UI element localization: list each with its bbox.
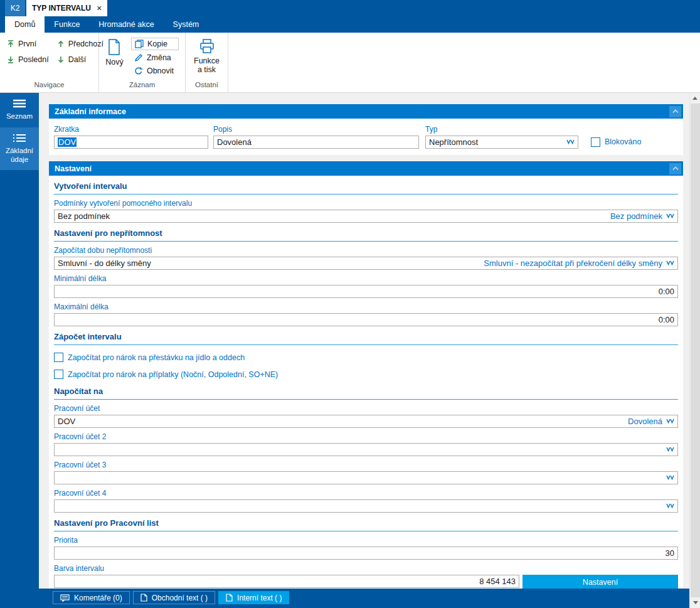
function-print-label: Funkce a tisk	[192, 56, 221, 75]
ribbon-tab-system[interactable]: Systém	[164, 16, 209, 33]
collapse-button[interactable]	[669, 106, 681, 117]
podminky-value: Bez podmínek	[58, 211, 610, 221]
content-area: Základní informace Zkratka DOV Popis Dov…	[39, 93, 689, 608]
tab-interni-text[interactable]: Interní text ( )	[218, 591, 289, 604]
copy-label: Kopie	[147, 40, 167, 48]
dropdown-icon	[666, 447, 674, 452]
printer-icon	[199, 38, 215, 55]
podminky-dropdown[interactable]: Bez podmínek Bez podmínek	[54, 210, 678, 223]
zapocitat-dobu-value: Smluvní - do délky směny	[58, 259, 484, 268]
tab-interni-text-label: Interní text ( )	[237, 594, 282, 602]
last-record-button[interactable]: Poslední	[6, 55, 49, 64]
new-document-icon	[107, 38, 122, 56]
list-icon	[13, 134, 26, 142]
copy-record-button[interactable]: Kopie	[131, 38, 179, 50]
ribbon-tab-hromadne-akce[interactable]: Hromadné akce	[89, 16, 163, 33]
scrollbar-up-button[interactable]	[690, 93, 700, 104]
bottom-tab-bar: Komentáře (0) Obchodní text ( ) Interní …	[39, 589, 689, 608]
typ-value: Nepřítomnost	[429, 137, 566, 147]
dropdown-icon	[666, 503, 674, 509]
max-delka-value: 0:00	[659, 315, 674, 324]
priorita-value: 30	[666, 548, 674, 558]
scrollbar-down-icon	[693, 601, 698, 604]
ribbon-tab-domu[interactable]: Domů	[5, 16, 45, 33]
blokovano-field: Blokováno	[591, 135, 641, 149]
first-record-button[interactable]: První	[6, 40, 49, 48]
panel-header-nastaveni[interactable]: Nastavení	[49, 161, 683, 176]
blokovano-label: Blokováno	[605, 137, 641, 146]
new-record-button[interactable]: Nový	[105, 36, 124, 81]
section-nastaveni-pro-pracovni-list: Nastavení pro Pracovní list	[54, 518, 678, 531]
priorita-label: Priorita	[54, 536, 678, 545]
dropdown-icon	[566, 139, 575, 145]
pracovni-ucet-desc: Dovolená	[628, 417, 662, 426]
blokovano-checkbox[interactable]	[591, 137, 600, 147]
copy-icon	[135, 40, 144, 48]
barva-intervalu-input[interactable]: 8 454 143	[54, 575, 519, 588]
tab-komentare-label: Komentáře (0)	[74, 594, 122, 602]
section-nastaveni-pro-nepritomnost: Nastavení pro nepřítomnost	[54, 228, 678, 242]
tab-obchodni-text-label: Obchodní text ( )	[152, 594, 208, 602]
scrollbar-thumb[interactable]	[691, 104, 700, 597]
refresh-button[interactable]: Obnovit	[131, 65, 179, 77]
pracovni-ucet-2-dropdown[interactable]	[54, 443, 678, 456]
podminky-desc: Bez podmínek	[610, 211, 662, 221]
tab-obchodni-text[interactable]: Obchodní text ( )	[133, 591, 215, 604]
refresh-label: Obnovit	[147, 67, 174, 75]
document-tab-label: TYP INTERVALU	[32, 4, 91, 13]
zapocitat-dobu-label: Započítat dobu nepřítomnosti	[54, 246, 678, 255]
vertical-scrollbar[interactable]	[689, 93, 700, 608]
sidebar-item-zakladni-udaje[interactable]: Základní údaje	[0, 127, 39, 171]
zkratka-label: Zkratka	[54, 125, 208, 134]
collapse-button[interactable]	[669, 163, 681, 174]
barva-nastaveni-button[interactable]: Nastavení	[522, 575, 678, 589]
panel-header-zakladni-informace[interactable]: Základní informace	[49, 104, 683, 119]
zapocitat-dobu-desc: Smluvní - nezapočítat při překročení dél…	[484, 259, 662, 268]
zkratka-input[interactable]: DOV	[54, 136, 208, 149]
popis-input[interactable]: Dovolená	[213, 136, 419, 149]
pracovni-ucet-2-label: Pracovní účet 2	[54, 432, 678, 441]
chevron-up-icon	[672, 166, 679, 171]
edit-pencil-icon	[134, 53, 143, 62]
first-label: První	[18, 40, 36, 48]
pracovni-ucet-3-dropdown[interactable]	[54, 471, 678, 484]
section-vytvoreni-intervalu: Vytvoření intervalu	[54, 181, 678, 195]
max-delka-label: Maximální délka	[54, 302, 678, 311]
scrollbar-up-icon	[692, 97, 697, 100]
section-zapocet-intervalu: Zápočet intervalu	[54, 332, 678, 345]
pracovni-ucet-4-dropdown[interactable]	[54, 499, 678, 513]
zapocitat-dobu-dropdown[interactable]: Smluvní - do délky směny Smluvní - nezap…	[54, 257, 678, 270]
change-record-button[interactable]: Změna	[131, 52, 179, 63]
scrollbar-down-button[interactable]	[690, 597, 700, 608]
priplatky-checkbox[interactable]	[54, 370, 63, 379]
new-label: Nový	[105, 58, 123, 67]
dropdown-icon	[666, 213, 674, 219]
panel-title: Nastavení	[55, 164, 92, 173]
dropdown-icon	[666, 475, 674, 481]
zkratka-value: DOV	[58, 137, 77, 147]
close-icon[interactable]: ×	[97, 4, 102, 13]
sidebar-item-seznam[interactable]: Seznam	[0, 93, 39, 127]
min-delka-input[interactable]: 0:00	[54, 285, 678, 298]
ribbon-tab-strip: Domů Funkce Hromadné akce Systém	[0, 16, 700, 33]
chk-prestavka-field: Započítat pro nárok na přestávku na jídl…	[54, 353, 678, 362]
dropdown-icon	[666, 419, 674, 424]
max-delka-input[interactable]: 0:00	[54, 313, 678, 326]
priorita-input[interactable]: 30	[54, 547, 678, 560]
panel-nastaveni: Nastavení Vytvoření intervalu Podmínky v…	[49, 161, 683, 597]
next-record-button[interactable]: Další	[56, 55, 103, 64]
ribbon-tab-funkce[interactable]: Funkce	[45, 16, 89, 33]
previous-record-button[interactable]: Předchozí	[56, 40, 103, 48]
pracovni-ucet-value: DOV	[58, 417, 628, 426]
prestavka-checkbox[interactable]	[54, 353, 63, 362]
app-tab-k2[interactable]: K2	[5, 0, 25, 16]
function-print-button[interactable]: Funkce a tisk	[192, 36, 221, 81]
popis-label: Popis	[213, 125, 419, 134]
last-label: Poslední	[18, 55, 49, 64]
typ-dropdown[interactable]: Nepřítomnost	[425, 136, 578, 149]
group-label-navigace: Navigace	[0, 81, 98, 92]
next-label: Další	[68, 55, 86, 64]
pracovni-ucet-dropdown[interactable]: DOV Dovolená	[54, 415, 678, 428]
tab-komentare[interactable]: Komentáře (0)	[53, 591, 130, 604]
document-tab[interactable]: TYP INTERVALU ×	[26, 0, 107, 16]
